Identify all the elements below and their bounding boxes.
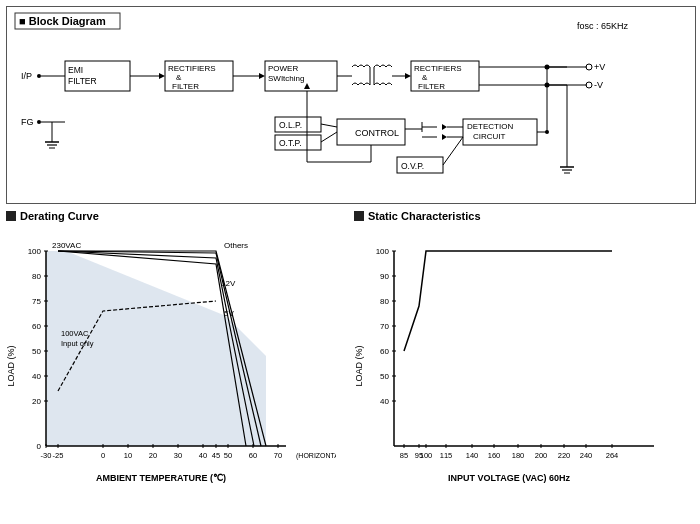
svg-text:12V: 12V: [221, 279, 236, 288]
svg-text:75: 75: [32, 297, 41, 306]
svg-text:&: &: [176, 73, 182, 82]
svg-text:50: 50: [32, 347, 41, 356]
svg-text:SWItching: SWItching: [268, 74, 304, 83]
svg-text:&: &: [422, 73, 428, 82]
svg-text:60: 60: [380, 347, 389, 356]
svg-text:70: 70: [380, 322, 389, 331]
svg-text:70: 70: [274, 451, 282, 460]
svg-text:(HORIZONTAL): (HORIZONTAL): [296, 452, 336, 460]
svg-text:+V: +V: [594, 62, 605, 72]
svg-point-2: [37, 74, 41, 78]
svg-text:FILTER: FILTER: [172, 82, 199, 91]
svg-text:10: 10: [124, 451, 132, 460]
svg-text:CIRCUIT: CIRCUIT: [473, 132, 506, 141]
svg-text:-30: -30: [41, 451, 52, 460]
svg-text:140: 140: [466, 451, 479, 460]
static-char-title: Static Characteristics: [354, 210, 694, 222]
svg-text:160: 160: [488, 451, 501, 460]
svg-text:0: 0: [37, 442, 42, 451]
svg-text:90: 90: [380, 272, 389, 281]
svg-text:LOAD (%): LOAD (%): [6, 345, 16, 386]
svg-text:80: 80: [380, 297, 389, 306]
svg-text:O.V.P.: O.V.P.: [401, 161, 424, 171]
svg-text:100: 100: [28, 247, 42, 256]
svg-text:115: 115: [440, 451, 453, 460]
svg-text:AMBIENT TEMPERATURE (℃): AMBIENT TEMPERATURE (℃): [96, 473, 226, 483]
svg-text:45: 45: [212, 451, 220, 460]
svg-text:Input only: Input only: [61, 339, 94, 348]
svg-line-65: [321, 124, 337, 127]
svg-text:180: 180: [512, 451, 525, 460]
svg-text:264: 264: [606, 451, 619, 460]
svg-text:■ Block Diagram: ■ Block Diagram: [19, 15, 106, 27]
svg-text:EMI: EMI: [68, 65, 83, 75]
svg-point-4: [37, 120, 41, 124]
fg-label: FG: [21, 117, 34, 127]
svg-text:100VAC: 100VAC: [61, 329, 89, 338]
svg-text:50: 50: [224, 451, 232, 460]
svg-text:POWER: POWER: [268, 64, 298, 73]
svg-text:CONTROL: CONTROL: [355, 128, 399, 138]
svg-text:40: 40: [32, 372, 41, 381]
svg-marker-52: [442, 124, 447, 130]
svg-marker-76: [304, 83, 310, 89]
svg-text:100: 100: [420, 451, 433, 460]
fosc-label: fosc : 65KHz: [577, 21, 629, 31]
svg-text:20: 20: [149, 451, 157, 460]
svg-text:240: 240: [580, 451, 593, 460]
svg-text:RECTIFIERS: RECTIFIERS: [414, 64, 462, 73]
svg-text:-25: -25: [53, 451, 64, 460]
svg-text:RECTIFIERS: RECTIFIERS: [168, 64, 216, 73]
ip-label: I/P: [21, 71, 32, 81]
svg-text:200: 200: [535, 451, 548, 460]
derating-title: Derating Curve: [6, 210, 346, 222]
svg-text:60: 60: [249, 451, 257, 460]
svg-text:O.L.P.: O.L.P.: [279, 120, 302, 130]
svg-text:LOAD (%): LOAD (%): [354, 345, 364, 386]
svg-text:20: 20: [32, 397, 41, 406]
svg-text:40: 40: [199, 451, 207, 460]
svg-text:FILTER: FILTER: [68, 76, 97, 86]
svg-text:5V: 5V: [224, 309, 234, 318]
svg-marker-14: [159, 73, 165, 79]
svg-text:230VAC: 230VAC: [52, 241, 81, 250]
svg-marker-57: [442, 134, 447, 140]
svg-text:60: 60: [32, 322, 41, 331]
svg-line-68: [443, 137, 463, 165]
svg-text:85: 85: [400, 451, 408, 460]
svg-marker-28: [405, 73, 411, 79]
svg-text:30: 30: [174, 451, 182, 460]
svg-text:0: 0: [101, 451, 105, 460]
svg-text:100: 100: [376, 247, 390, 256]
svg-text:INPUT VOLTAGE (VAC) 60Hz: INPUT VOLTAGE (VAC) 60Hz: [448, 473, 571, 483]
svg-text:50: 50: [380, 372, 389, 381]
svg-text:80: 80: [32, 272, 41, 281]
svg-text:O.T.P.: O.T.P.: [279, 138, 302, 148]
svg-text:-V: -V: [594, 80, 603, 90]
svg-text:220: 220: [558, 451, 571, 460]
svg-text:Others: Others: [224, 241, 248, 250]
svg-text:DETECTION: DETECTION: [467, 122, 513, 131]
svg-marker-20: [259, 73, 265, 79]
svg-text:FILTER: FILTER: [418, 82, 445, 91]
svg-text:40: 40: [380, 397, 389, 406]
svg-line-66: [321, 132, 337, 142]
